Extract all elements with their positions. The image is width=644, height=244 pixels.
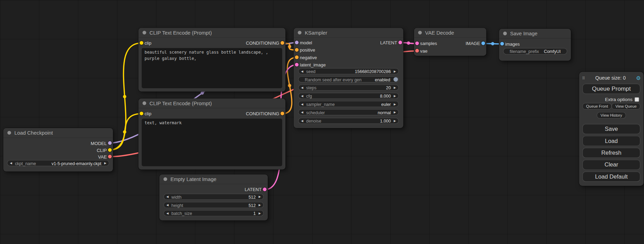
node-save-image[interactable]: Save Image images filename_prefix ComfyU… bbox=[499, 29, 571, 61]
queue-prompt-button[interactable]: Queue Prompt bbox=[582, 84, 640, 94]
increment-arrow-icon[interactable]: ▶ bbox=[258, 204, 261, 206]
widget-label: ckpt_name bbox=[15, 161, 36, 165]
node-empty-latent-image[interactable]: Empty Latent Image LATENT ◀ width 512 ▶ … bbox=[159, 174, 268, 220]
decrement-arrow-icon[interactable]: ◀ bbox=[166, 204, 168, 206]
collapse-dot-icon[interactable] bbox=[503, 31, 507, 35]
node-title: VAE Decode bbox=[425, 30, 454, 36]
random-seed-toggle-widget[interactable]: Random seed after every gen enabled bbox=[298, 76, 399, 83]
ckpt-name-widget[interactable]: ◀ ckpt_name v1-5-pruned-emaonly.ckpt ▶ bbox=[7, 160, 109, 166]
node-vae-decode[interactable]: VAE Decode samples vae IMAGE bbox=[414, 28, 486, 56]
decrement-arrow-icon[interactable]: ◀ bbox=[10, 162, 12, 164]
node-clip-text-encode-positive[interactable]: CLIP Text Encode (Prompt) clip CONDITION… bbox=[139, 28, 285, 92]
node-header[interactable]: VAE Decode bbox=[414, 28, 486, 38]
node-header[interactable]: CLIP Text Encode (Prompt) bbox=[139, 99, 285, 108]
steps-widget[interactable]: ◀ steps 20 ▶ bbox=[298, 84, 399, 91]
queue-front-button[interactable]: Queue Front bbox=[582, 103, 612, 110]
decrement-arrow-icon[interactable]: ◀ bbox=[301, 102, 303, 105]
node-header[interactable]: Save Image bbox=[499, 29, 571, 38]
positive-prompt-textarea[interactable]: beautiful scenery nature glass bottle la… bbox=[142, 48, 282, 88]
increment-arrow-icon[interactable]: ▶ bbox=[394, 86, 396, 89]
height-widget[interactable]: ◀ height 512 ▶ bbox=[164, 202, 264, 208]
collapse-dot-icon[interactable] bbox=[7, 131, 11, 135]
input-port-clip[interactable] bbox=[140, 41, 143, 45]
output-port-model[interactable] bbox=[108, 141, 112, 145]
output-port-latent[interactable] bbox=[398, 40, 402, 44]
decrement-arrow-icon[interactable]: ◀ bbox=[301, 119, 303, 122]
decrement-arrow-icon[interactable]: ◀ bbox=[301, 111, 303, 114]
decrement-arrow-icon[interactable]: ◀ bbox=[301, 70, 303, 73]
collapse-dot-icon[interactable] bbox=[164, 177, 167, 181]
node-title: Empty Latent Image bbox=[170, 176, 217, 182]
increment-arrow-icon[interactable]: ▶ bbox=[104, 162, 106, 164]
width-widget[interactable]: ◀ width 512 ▶ bbox=[164, 194, 264, 200]
output-port-image[interactable] bbox=[482, 42, 485, 45]
output-port-vae[interactable] bbox=[108, 155, 112, 159]
filename-prefix-widget[interactable]: filename_prefix ComfyUI bbox=[503, 48, 567, 55]
link-clip-negative bbox=[108, 114, 141, 150]
sampler-name-widget[interactable]: ◀ sampler_name euler ▶ bbox=[298, 101, 399, 107]
scheduler-widget[interactable]: ◀ scheduler normal ▶ bbox=[298, 109, 399, 115]
node-load-checkpoint[interactable]: Load Checkpoint MODEL CLIP VAE ◀ ckpt_na… bbox=[3, 128, 113, 172]
node-header[interactable]: CLIP Text Encode (Prompt) bbox=[139, 28, 285, 38]
decrement-arrow-icon[interactable]: ◀ bbox=[301, 86, 303, 89]
settings-gear-icon[interactable]: ⚙ bbox=[636, 75, 641, 81]
refresh-button[interactable]: Refresh bbox=[582, 148, 640, 158]
input-port-vae[interactable] bbox=[415, 49, 419, 53]
node-ksampler[interactable]: KSampler model positive negative latent_… bbox=[294, 28, 404, 128]
input-port-model[interactable] bbox=[295, 40, 299, 44]
collapse-dot-icon[interactable] bbox=[142, 101, 146, 105]
collapse-dot-icon[interactable] bbox=[142, 31, 146, 35]
collapse-dot-icon[interactable] bbox=[298, 31, 302, 35]
increment-arrow-icon[interactable]: ▶ bbox=[394, 70, 396, 73]
input-port-samples[interactable] bbox=[415, 42, 419, 45]
collapse-dot-icon[interactable] bbox=[418, 31, 422, 35]
output-port-latent[interactable] bbox=[263, 188, 267, 191]
extra-options-label: Extra options bbox=[605, 97, 633, 102]
link-midpoint-dot bbox=[288, 84, 291, 87]
node-header[interactable]: Empty Latent Image bbox=[159, 174, 268, 184]
widget-value: 156680208700286 bbox=[355, 69, 391, 74]
widget-label: denoise bbox=[306, 118, 321, 123]
seed-widget[interactable]: ◀ seed 156680208700286 ▶ bbox=[298, 68, 399, 74]
node-header[interactable]: KSampler bbox=[294, 28, 404, 38]
input-port-positive[interactable] bbox=[295, 48, 299, 52]
output-port-conditioning[interactable] bbox=[281, 111, 284, 115]
load-button[interactable]: Load bbox=[582, 136, 640, 146]
output-port-clip[interactable] bbox=[108, 148, 112, 152]
port-label: clip bbox=[144, 111, 151, 116]
input-port-images[interactable] bbox=[500, 42, 504, 46]
input-port-negative[interactable] bbox=[295, 55, 299, 59]
increment-arrow-icon[interactable]: ▶ bbox=[394, 111, 396, 114]
comfy-menu-panel: ⠿ Queue size: 0 ⚙ Queue Prompt Extra opt… bbox=[579, 72, 644, 186]
input-port-latent-image[interactable] bbox=[295, 63, 299, 66]
decrement-arrow-icon[interactable]: ◀ bbox=[301, 94, 303, 97]
widget-value: 20 bbox=[386, 85, 391, 90]
decrement-arrow-icon[interactable]: ◀ bbox=[166, 212, 168, 215]
denoise-widget[interactable]: ◀ denoise 1.000 ▶ bbox=[298, 118, 399, 124]
node-clip-text-encode-negative[interactable]: CLIP Text Encode (Prompt) clip CONDITION… bbox=[139, 99, 285, 170]
widget-value: euler bbox=[381, 101, 391, 106]
widget-label: filename_prefix bbox=[510, 49, 539, 54]
negative-prompt-textarea[interactable]: text, watermark bbox=[142, 119, 282, 166]
increment-arrow-icon[interactable]: ▶ bbox=[394, 119, 396, 122]
drag-handle-icon[interactable]: ⠿ bbox=[582, 76, 585, 80]
decrement-arrow-icon[interactable]: ◀ bbox=[166, 195, 168, 198]
load-default-button[interactable]: Load Default bbox=[582, 172, 640, 182]
output-port-conditioning[interactable] bbox=[281, 41, 284, 45]
node-header[interactable]: Load Checkpoint bbox=[3, 128, 113, 138]
increment-arrow-icon[interactable]: ▶ bbox=[258, 195, 261, 198]
increment-arrow-icon[interactable]: ▶ bbox=[258, 212, 261, 215]
view-queue-button[interactable]: View Queue bbox=[612, 103, 641, 110]
batch-size-widget[interactable]: ◀ batch_size 1 ▶ bbox=[164, 210, 264, 216]
increment-arrow-icon[interactable]: ▶ bbox=[394, 102, 396, 105]
save-button[interactable]: Save bbox=[582, 124, 640, 134]
node-graph-canvas[interactable]: Load Checkpoint MODEL CLIP VAE ◀ ckpt_na… bbox=[0, 0, 644, 244]
cfg-widget[interactable]: ◀ cfg 8.000 ▶ bbox=[298, 93, 399, 99]
toggle-knob-icon[interactable] bbox=[394, 77, 398, 82]
view-history-button[interactable]: View History bbox=[597, 112, 626, 119]
input-port-clip[interactable] bbox=[140, 111, 143, 115]
increment-arrow-icon[interactable]: ▶ bbox=[394, 94, 396, 97]
port-label: LATENT bbox=[380, 40, 397, 45]
clear-button[interactable]: Clear bbox=[582, 160, 640, 170]
extra-options-checkbox[interactable] bbox=[635, 97, 639, 101]
